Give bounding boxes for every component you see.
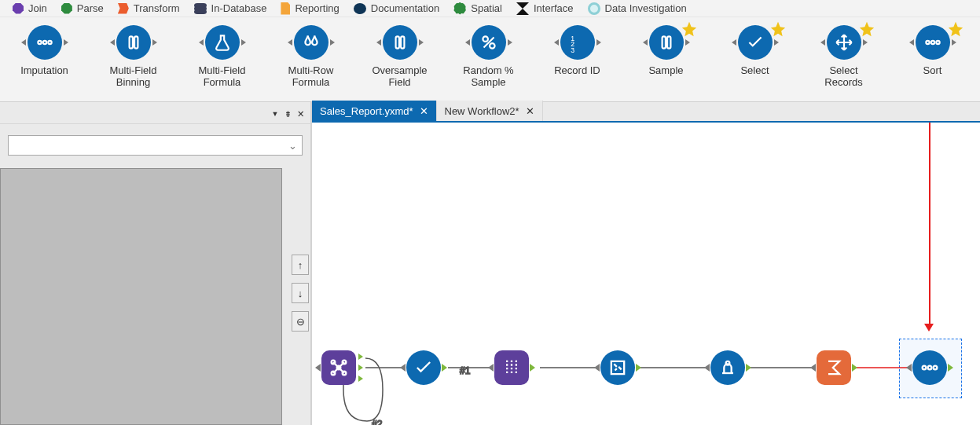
svg-point-8 bbox=[490, 43, 495, 49]
tool-label: Sort bbox=[923, 64, 942, 76]
svg-text:#1: #1 bbox=[460, 365, 471, 376]
svg-point-16 bbox=[936, 41, 939, 44]
svg-point-2 bbox=[48, 41, 51, 44]
favorite-star-icon bbox=[947, 20, 964, 38]
tool-icon bbox=[205, 25, 240, 60]
category-spatial[interactable]: Spatial bbox=[453, 2, 502, 15]
svg-point-25 bbox=[923, 366, 927, 370]
palette-tool-imputation[interactable]: Imputation bbox=[0, 20, 89, 100]
category-documentation[interactable]: Documentation bbox=[354, 2, 439, 14]
reorder-gutter: ↑ ↓ ⊖ bbox=[290, 160, 310, 425]
svg-point-1 bbox=[42, 41, 46, 44]
move-up-button[interactable]: ↑ bbox=[292, 255, 309, 275]
config-pane: ▾ ⇟ ✕ ⌄ ↑ ↓ ⊖ bbox=[0, 102, 312, 425]
parse-icon bbox=[61, 3, 72, 14]
config-dropdown[interactable]: ⌄ bbox=[8, 135, 303, 156]
tool-label: Record ID bbox=[554, 64, 600, 76]
palette-tool-multi-field-formula[interactable]: Multi-FieldFormula bbox=[178, 20, 266, 100]
canvas-node-data-cleanse[interactable] bbox=[599, 349, 637, 387]
favorite-star-icon bbox=[858, 20, 875, 38]
close-icon[interactable]: ✕ bbox=[526, 105, 534, 117]
tool-label: Random %Sample bbox=[463, 64, 513, 88]
tool-icon bbox=[294, 25, 329, 60]
palette-tool-random-sample[interactable]: Random %Sample bbox=[444, 20, 533, 100]
svg-text:#2: #2 bbox=[372, 419, 383, 425]
palette-tool-multi-row-formula[interactable]: Multi-RowFormula bbox=[266, 20, 355, 100]
tool-icon bbox=[827, 25, 861, 60]
tool-icon bbox=[738, 25, 773, 60]
svg-point-15 bbox=[930, 41, 934, 44]
palette-tool-select[interactable]: Select bbox=[710, 20, 799, 100]
tool-label: Sample bbox=[648, 64, 683, 76]
tool-label: Imputation bbox=[20, 64, 68, 76]
pane-menu-caret-icon[interactable]: ▾ bbox=[270, 107, 280, 119]
tab-label: Sales_Report.yxmd* bbox=[320, 105, 413, 117]
category-interface[interactable]: Interface bbox=[516, 2, 574, 15]
svg-point-26 bbox=[928, 366, 932, 370]
palette-tool-sort[interactable]: Sort bbox=[888, 20, 977, 100]
close-icon[interactable]: ✕ bbox=[420, 105, 428, 117]
tool-icon bbox=[383, 25, 417, 60]
category-label: Interface bbox=[534, 2, 574, 14]
pane-header: ▾ ⇟ ✕ bbox=[0, 102, 310, 124]
pin-icon[interactable]: ⇟ bbox=[283, 107, 292, 119]
close-icon[interactable]: ✕ bbox=[296, 107, 306, 119]
svg-rect-12 bbox=[662, 36, 665, 48]
canvas-node-formula[interactable] bbox=[493, 349, 530, 387]
canvas-node-summarize[interactable] bbox=[815, 349, 853, 387]
category-reporting[interactable]: Reporting bbox=[281, 2, 339, 15]
remove-button[interactable]: ⊖ bbox=[292, 311, 309, 332]
canvas-node-select[interactable] bbox=[405, 349, 442, 387]
category-parse[interactable]: Parse bbox=[61, 2, 104, 14]
workflow-canvas[interactable]: #1 #2 bbox=[312, 123, 980, 425]
favorite-star-icon bbox=[681, 20, 698, 38]
category-in-database[interactable]: In-Database bbox=[194, 2, 267, 14]
speech-bubble-icon bbox=[354, 3, 366, 14]
tool-icon: 123 bbox=[560, 25, 595, 60]
svg-rect-13 bbox=[667, 36, 670, 48]
svg-rect-3 bbox=[129, 36, 132, 48]
palette-tool-multi-field-binning[interactable]: Multi-FieldBinning bbox=[89, 20, 178, 100]
database-icon bbox=[194, 3, 207, 14]
tool-palette: ImputationMulti-FieldBinningMulti-FieldF… bbox=[0, 17, 980, 102]
category-label: Spatial bbox=[471, 2, 502, 14]
category-label: Parse bbox=[77, 2, 104, 14]
magnifier-icon bbox=[588, 2, 600, 15]
svg-rect-6 bbox=[401, 36, 404, 48]
tool-icon bbox=[916, 25, 950, 60]
palette-tool-sample[interactable]: Sample bbox=[622, 20, 710, 100]
palette-tool-oversample-field[interactable]: OversampleField bbox=[355, 20, 444, 100]
canvas-node-sort[interactable] bbox=[911, 349, 949, 387]
canvas-node-join[interactable] bbox=[320, 349, 358, 387]
category-label: Documentation bbox=[371, 2, 439, 14]
category-transform[interactable]: Transform bbox=[118, 2, 180, 14]
svg-rect-4 bbox=[134, 36, 138, 48]
category-data-investigation[interactable]: Data Investigation bbox=[588, 2, 687, 15]
tool-label: Multi-FieldFormula bbox=[199, 64, 246, 88]
tab-label: New Workflow2* bbox=[445, 105, 519, 117]
tab-new-workflow[interactable]: New Workflow2* ✕ bbox=[437, 101, 543, 121]
svg-point-27 bbox=[934, 366, 938, 370]
palette-tool-record-id[interactable]: 123Record ID bbox=[533, 20, 622, 100]
svg-text:3: 3 bbox=[571, 46, 574, 53]
page-icon bbox=[281, 2, 290, 15]
svg-point-7 bbox=[483, 36, 488, 42]
config-body bbox=[0, 168, 282, 425]
tool-label: Multi-FieldBinning bbox=[110, 64, 157, 88]
transform-icon bbox=[118, 3, 129, 14]
canvas-node-formula-2[interactable] bbox=[709, 349, 747, 387]
interface-icon bbox=[516, 2, 529, 15]
category-label: Join bbox=[28, 2, 47, 14]
category-label: Transform bbox=[134, 2, 180, 14]
palette-tool-select-records[interactable]: SelectRecords bbox=[799, 20, 888, 100]
tab-sales-report[interactable]: Sales_Report.yxmd* ✕ bbox=[312, 101, 437, 121]
tool-icon bbox=[28, 25, 62, 60]
tool-label: OversampleField bbox=[372, 64, 427, 88]
move-down-button[interactable]: ↓ bbox=[292, 283, 309, 303]
tool-label: Multi-RowFormula bbox=[288, 64, 334, 88]
category-label: Reporting bbox=[295, 2, 339, 14]
category-join[interactable]: Join bbox=[13, 2, 47, 14]
join-icon bbox=[13, 3, 24, 14]
tool-category-strip: Join Parse Transform In-Database Reporti… bbox=[0, 0, 980, 17]
tool-icon bbox=[649, 25, 684, 60]
